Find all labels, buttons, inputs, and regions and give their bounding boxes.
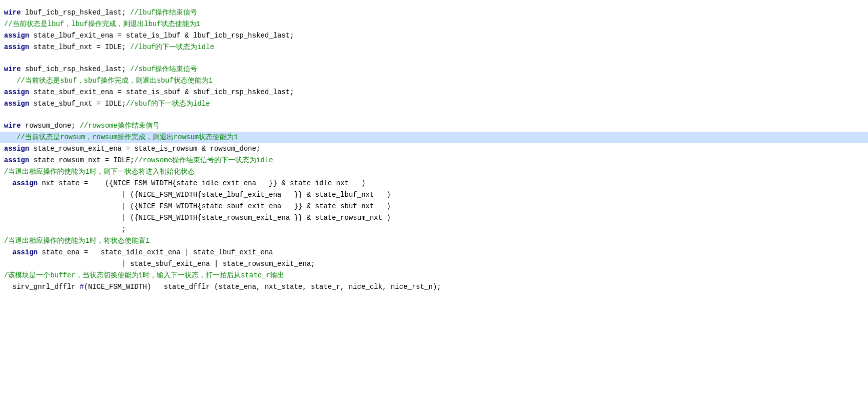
code-line-19: | ({NICE_FSM_WIDTH{state_rowsum_exit_ena… (0, 212, 868, 224)
kw-assign-segment: assign (4, 100, 29, 108)
ident-segment: (NICE_FSM_WIDTH) state_dfflr (state_ena,… (84, 283, 441, 291)
op-segment: | (122, 260, 126, 268)
op-segment: = (84, 248, 88, 256)
comment-cn-segment: //当前状态是sbuf，sbuf操作完成，则退出sbuf状态使能为1 (4, 77, 213, 85)
ident-segment (4, 214, 122, 222)
kw-assign-segment: assign (4, 43, 29, 51)
ident-segment: state_lbuf_nxt (29, 43, 96, 51)
comment-cn-segment: /当退出相应操作的使能为1时，将状态使能置1 (4, 237, 150, 245)
code-line-22: assign state_ena = state_idle_exit_ena |… (0, 247, 868, 258)
code-line-11: wire rowsum_done; //rowsome操作结束信号 (0, 120, 868, 132)
ident-segment: state_rowsum_nxt (29, 156, 105, 164)
ident-segment: sbuf_icb_rsp_hsked_last; (21, 65, 130, 73)
ident-segment: state_sbuf_nxt ) (311, 202, 391, 210)
ident-segment: state_is_lbuf (122, 32, 185, 40)
code-line-24: /该模块是一个buffer，当状态切换使能为1时，输入下一状态，打一拍后从sta… (0, 270, 868, 281)
kw-assign-segment: assign (4, 156, 29, 164)
code-editor: wire lbuf_icb_rsp_hsked_last; //lbuf操作结束… (0, 5, 868, 295)
op-segment: & (185, 88, 189, 96)
code-line-25: sirv_gnrl_dfflr #(NICE_FSM_WIDTH) state_… (0, 281, 868, 293)
punct-segment: ; (122, 225, 126, 233)
ident-segment: state_sbuf_exit_ena (29, 88, 117, 96)
code-line-7: //当前状态是sbuf，sbuf操作完成，则退出sbuf状态使能为1 (0, 75, 868, 87)
ident-segment (4, 260, 122, 268)
comment-cn-segment: //当前状态是lbuf，lbuf操作完成，则退出lbuf状态使能为1 (4, 20, 200, 28)
ident-segment: sirv_gnrl_dfflr (4, 283, 80, 291)
op-segment: | (122, 202, 126, 210)
ident-segment: ({NICE_FSM_WIDTH{state_sbuf_exit_ena }} (126, 202, 307, 210)
code-line-16: assign nxt_state = ({NICE_FSM_WIDTH{stat… (0, 178, 868, 189)
ident-segment: state_lbuf_exit_ena (189, 248, 273, 256)
op-segment: = (118, 88, 122, 96)
ident-segment: IDLE; (101, 43, 130, 51)
ident-segment: state_idle_nxt ) (286, 179, 366, 187)
ident-segment: lbuf_icb_rsp_hsked_last; (189, 32, 294, 40)
kw-assign-segment: assign (4, 179, 38, 187)
ident-segment: IDLE; (109, 156, 134, 164)
kw-wire-segment: wire (4, 65, 21, 73)
code-line-13: assign state_rowsum_exit_ena = state_is_… (0, 143, 868, 155)
ident-segment: nxt_state (38, 179, 84, 187)
kw-assign-segment: assign (4, 248, 38, 256)
op-segment: = (126, 145, 130, 153)
kw-assign-segment: assign (4, 32, 29, 40)
ident-segment: state_rowsum_exit_ena; (219, 260, 315, 268)
kw-wire-segment: wire (4, 9, 21, 17)
code-line-17: | ({NICE_FSM_WIDTH{state_lbuf_exit_ena }… (0, 189, 868, 201)
ident-segment: ({NICE_FSM_WIDTH{state_rowsum_exit_ena }… (126, 214, 307, 222)
ident-segment: state_rowsum_nxt ) (311, 214, 391, 222)
code-line-2: //当前状态是lbuf，lbuf操作完成，则退出lbuf状态使能为1 (0, 19, 868, 30)
ident-segment: state_sbuf_exit_ena (126, 260, 214, 268)
op-segment: | (122, 191, 126, 199)
code-line-12: //当前状态是rowsum，rowsum操作完成，则退出rowsum状态使能为1 (0, 132, 868, 143)
code-line-5 (0, 53, 868, 64)
comment-cn-segment: /当退出相应操作的使能为1时，则下一状态将进入初始化状态 (4, 168, 195, 176)
code-line-10 (0, 110, 868, 120)
op-segment: | (122, 214, 126, 222)
code-line-9: assign state_sbuf_nxt = IDLE;//sbuf的下一状态… (0, 98, 868, 110)
code-line-23: | state_sbuf_exit_ena | state_rowsum_exi… (0, 258, 868, 270)
ident-segment: lbuf_icb_rsp_hsked_last; (21, 9, 130, 17)
kw-wire-segment: wire (4, 122, 21, 130)
ident-segment: rowsum_done; (21, 122, 80, 130)
ident-segment: state_rowsum_exit_ena (29, 145, 126, 153)
ident-segment: ({NICE_FSM_WIDTH{state_idle_exit_ena }} (88, 179, 281, 187)
kw-assign-segment: assign (4, 88, 29, 96)
kw-assign-segment: assign (4, 145, 29, 153)
ident-segment: state_is_rowsum (130, 145, 202, 153)
ident-segment: sbuf_icb_rsp_hsked_last; (189, 88, 294, 96)
op-segment: | (214, 260, 218, 268)
ident-segment: state_is_sbuf (122, 88, 185, 96)
comment-cn-segment: /该模块是一个buffer，当状态切换使能为1时，输入下一状态，打一拍后从sta… (4, 271, 284, 279)
op-segment: = (118, 32, 122, 40)
ident-segment (4, 202, 122, 210)
comment-segment: //sbuf操作结束信号 (130, 65, 197, 73)
code-line-8: assign state_sbuf_exit_ena = state_is_sb… (0, 87, 868, 98)
code-line-14: assign state_rowsum_nxt = IDLE;//rowsome… (0, 155, 868, 166)
code-line-15: /当退出相应操作的使能为1时，则下一状态将进入初始化状态 (0, 166, 868, 178)
code-line-20: ; (0, 224, 868, 235)
code-line-3: assign state_lbuf_exit_ena = state_is_lb… (0, 30, 868, 42)
comment-segment: //rowsome操作结束信号的下一状态为idle (134, 156, 273, 164)
comment-segment: //lbuf操作结束信号 (130, 9, 197, 17)
code-line-1: wire lbuf_icb_rsp_hsked_last; //lbuf操作结束… (0, 7, 868, 19)
comment-segment: //lbuf的下一状态为idle (130, 43, 214, 51)
op-segment: & (185, 32, 189, 40)
comment-cn-segment: //当前状态是rowsum，rowsum操作完成，则退出rowsum状态使能为1 (4, 133, 238, 141)
op-segment: = (84, 179, 88, 187)
code-line-18: | ({NICE_FSM_WIDTH{state_sbuf_exit_ena }… (0, 201, 868, 212)
ident-segment: rowsum_done; (206, 145, 260, 153)
ident-segment: IDLE; (101, 100, 126, 108)
ident-segment: state_lbuf_nxt ) (311, 191, 391, 199)
comment-segment: //sbuf的下一状态为idle (126, 100, 210, 108)
ident-segment: state_idle_exit_ena (88, 248, 185, 256)
code-line-21: /当退出相应操作的使能为1时，将状态使能置1 (0, 235, 868, 247)
ident-segment: ({NICE_FSM_WIDTH{state_lbuf_exit_ena }} (126, 191, 307, 199)
op-segment: = (105, 156, 109, 164)
op-segment: = (97, 43, 101, 51)
ident-segment: state_sbuf_nxt (29, 100, 96, 108)
op-segment: | (185, 248, 189, 256)
code-line-4: assign state_lbuf_nxt = IDLE; //lbuf的下一状… (0, 42, 868, 53)
ident-segment: state_lbuf_exit_ena (29, 32, 117, 40)
ident-segment (4, 225, 122, 233)
